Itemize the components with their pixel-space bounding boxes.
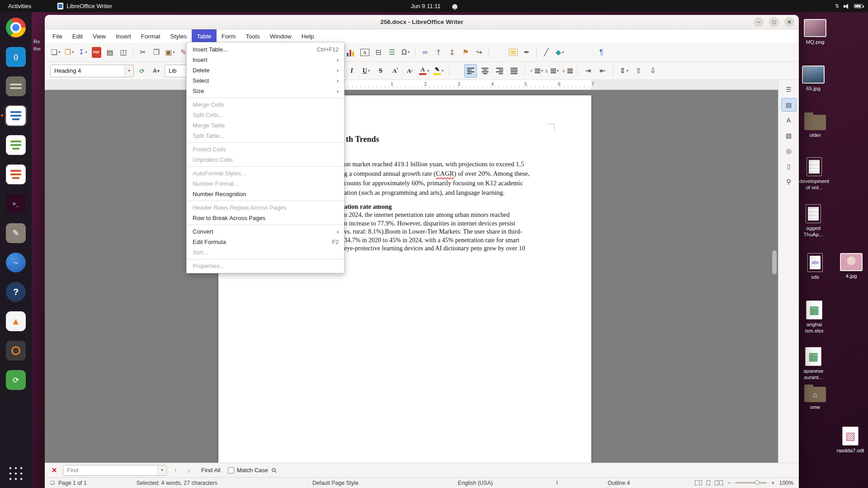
show-apps-icon[interactable] <box>5 463 27 484</box>
activities-button[interactable]: Activities <box>0 3 39 9</box>
chrome-icon[interactable] <box>5 17 27 38</box>
insert-special-character-button[interactable]: Ω▾ <box>399 46 412 59</box>
open-button[interactable]: ❒▾ <box>63 46 75 59</box>
insert-bookmark-button[interactable]: ⚑ <box>459 46 472 59</box>
save-button[interactable]: ↧▾ <box>76 46 89 59</box>
new-style-button[interactable]: A+ <box>150 64 163 78</box>
menubar-item-view[interactable]: View <box>88 29 111 43</box>
help-icon[interactable]: ? <box>5 281 27 303</box>
scrollbar-thumb[interactable] <box>772 250 777 274</box>
calc-icon[interactable] <box>5 134 27 156</box>
green-app-icon[interactable]: ⟳ <box>5 369 27 391</box>
copy-button[interactable]: ❐ <box>150 46 163 59</box>
desktop-icon-xlsx-1[interactable]: ▦anghaiism.xlsx <box>795 300 834 334</box>
decrease-paragraph-spacing-button[interactable]: ⇩ <box>646 64 659 78</box>
paste-button[interactable]: ▣▾ <box>164 46 176 59</box>
increase-indent-button[interactable]: ⇥ <box>582 64 594 78</box>
export-pdf-button[interactable]: PDF <box>90 46 103 59</box>
page-number-status[interactable]: Page 1 of 1 <box>58 480 87 486</box>
impress-icon[interactable] <box>5 164 27 185</box>
desktop-icon-xlsx-2[interactable]: ▦apaneseaurant... <box>794 347 833 380</box>
menu-item-convert[interactable]: Convert› <box>187 226 344 237</box>
chevron-down-icon[interactable]: ▾ <box>124 65 133 77</box>
book-view-button[interactable] <box>695 480 702 485</box>
desktop-icon-sds[interactable]: </>sds <box>796 253 835 280</box>
vlc-icon[interactable]: ▲ <box>5 310 27 332</box>
font-color-button[interactable]: A▾ <box>418 64 430 78</box>
menubar-item-table[interactable]: Table <box>192 29 216 43</box>
track-changes-button[interactable]: ✒ <box>520 46 533 59</box>
desktop-icon-65-jpg[interactable]: 65.jpg <box>794 66 833 92</box>
navigator-icon[interactable]: ◎ <box>781 144 797 158</box>
menubar-item-help[interactable]: Help <box>297 29 319 43</box>
menu-item-delete[interactable]: Delete› <box>187 65 344 75</box>
insert-comment-button[interactable] <box>507 46 519 59</box>
files-icon[interactable] <box>5 75 27 97</box>
horizontal-ruler[interactable]: 1234567 <box>45 80 778 90</box>
find-next-button[interactable]: ↓ <box>184 465 194 476</box>
zoom-slider[interactable] <box>735 482 767 483</box>
system-status-area[interactable]: ⇅ <box>835 3 863 9</box>
properties-icon[interactable]: ▤ <box>781 98 797 112</box>
outline-level-status[interactable]: Outline 4 <box>608 480 630 486</box>
align-left-button[interactable] <box>464 64 477 78</box>
update-style-button[interactable]: ⟳ <box>136 64 148 78</box>
vertical-scrollbar[interactable] <box>772 91 777 462</box>
sidebar-settings-icon[interactable]: ☰ <box>781 83 797 96</box>
zoom-level[interactable]: 100% <box>779 480 793 486</box>
chevron-down-icon[interactable]: ▾ <box>157 465 166 475</box>
unordered-list-button[interactable]: •▾ <box>529 64 543 78</box>
terminal-icon[interactable]: >_ <box>5 193 27 215</box>
menubar-item-file[interactable]: File <box>47 29 67 43</box>
find-all-button[interactable]: Find All <box>198 467 224 474</box>
style-inspector-icon[interactable]: ⚲ <box>781 175 797 188</box>
minimize-button[interactable]: − <box>754 17 764 27</box>
subscript-button[interactable]: A₂ <box>403 64 416 78</box>
page-icon[interactable]: ▯ <box>781 160 797 173</box>
insert-chart-button[interactable] <box>345 46 358 59</box>
menu-item-edit-formula[interactable]: Edit FormulaF2 <box>187 237 344 247</box>
insert-textbox-button[interactable]: A <box>359 46 371 59</box>
desktop-icon-development[interactable]: developmentof onl... <box>795 157 834 191</box>
italic-button[interactable]: I <box>345 64 358 78</box>
language-status[interactable]: English (USA) <box>458 480 493 486</box>
multi-page-view-button[interactable] <box>715 480 723 485</box>
ring-app-icon[interactable] <box>5 340 27 361</box>
thunderbird-icon[interactable]: ～ <box>5 252 27 273</box>
window-titlebar[interactable]: 256.docx - LibreOffice Writer − □ ✕ <box>45 15 799 29</box>
desktop-icon-folder[interactable]: older <box>796 112 835 138</box>
find-input[interactable] <box>63 465 157 475</box>
ordered-list-button[interactable]: 1.▾ <box>545 64 559 78</box>
insert-cross-reference-button[interactable]: ↪ <box>473 46 486 59</box>
superscript-button[interactable]: A² <box>389 64 401 78</box>
align-justify-button[interactable] <box>508 64 520 78</box>
menubar-item-edit[interactable]: Edit <box>67 29 88 43</box>
menubar-item-form[interactable]: Form <box>217 29 241 43</box>
menu-item-size[interactable]: Size› <box>187 86 344 96</box>
close-find-bar-button[interactable]: ✕ <box>49 466 59 474</box>
gallery-icon[interactable]: ▨ <box>781 129 797 142</box>
formatting-marks-button[interactable]: ¶ <box>595 46 608 59</box>
zoom-out-button[interactable]: − <box>727 480 731 486</box>
desktop-icon-tagged[interactable]: aggedThuAp... <box>794 204 833 238</box>
desktop-icon-home[interactable]: ⌂ome <box>796 384 835 410</box>
menu-item-number-recognition[interactable]: Number Recognition <box>187 189 344 199</box>
menu-item-insert[interactable]: Insert› <box>187 55 344 65</box>
close-button[interactable]: ✕ <box>784 17 794 27</box>
highlight-color-button[interactable]: ✎▾ <box>432 64 445 78</box>
no-list-button[interactable]: ⊘ <box>561 64 573 78</box>
menu-item-insert-table[interactable]: Insert Table...Ctrl+F12 <box>187 44 344 55</box>
insert-field-button[interactable]: ☰ <box>386 46 398 59</box>
zoom-in-button[interactable]: + <box>771 480 774 486</box>
desktop-icon-odt[interactable]: ▧rasdda7.odt <box>831 427 868 454</box>
menubar-item-window[interactable]: Window <box>265 29 297 43</box>
strikethrough-button[interactable]: S <box>374 64 387 78</box>
line-spacing-button[interactable]: ⇕▾ <box>618 64 630 78</box>
word-count-status[interactable]: Selected: 4 words, 27 characters <box>137 480 217 486</box>
menubar-item-format[interactable]: Format <box>136 29 165 43</box>
align-center-button[interactable] <box>479 64 491 78</box>
cut-button[interactable]: ✂ <box>137 46 149 59</box>
vscode-icon[interactable]: ⟨⟩ <box>5 46 27 68</box>
selection-mode-icon[interactable]: I <box>556 479 558 486</box>
insert-footnote-button[interactable]: † <box>432 46 445 59</box>
